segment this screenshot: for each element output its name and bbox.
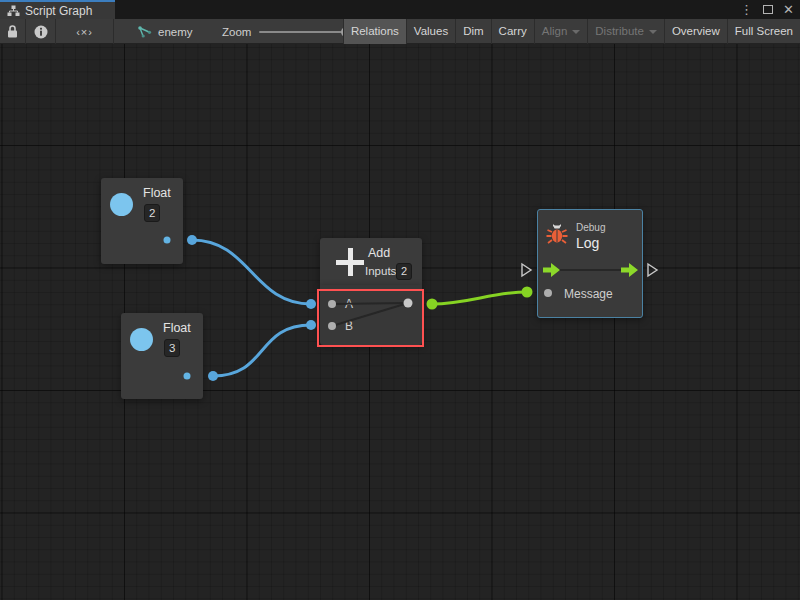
lock-icon <box>7 25 18 38</box>
overview-button[interactable]: Overview <box>664 19 727 44</box>
window-controls: ⋮ ✕ <box>740 0 794 19</box>
code-view-button[interactable]: ‹×› <box>56 19 114 44</box>
close-icon[interactable]: ✕ <box>783 0 794 19</box>
kebab-menu-icon[interactable]: ⋮ <box>740 0 753 19</box>
script-graph-window: Script Graph ⋮ ✕ <box>0 0 800 600</box>
info-button[interactable] <box>26 19 56 44</box>
node-category: Debug <box>576 222 605 233</box>
zoom-slider[interactable] <box>259 31 349 33</box>
inputs-count-input[interactable]: 2 <box>396 263 412 280</box>
node-title: Float <box>163 321 191 335</box>
debug-bug-icon <box>545 221 569 250</box>
node-title: Float <box>143 186 171 200</box>
relations-toggle[interactable]: Relations <box>343 19 406 44</box>
align-dropdown[interactable]: Align <box>534 19 588 44</box>
graph-name-label: enemy <box>158 26 193 38</box>
carry-toggle[interactable]: Carry <box>491 19 534 44</box>
full-screen-button[interactable]: Full Screen <box>727 19 800 44</box>
chevron-down-icon <box>649 30 657 34</box>
dim-toggle[interactable]: Dim <box>455 19 490 44</box>
plus-icon <box>336 248 364 276</box>
graph-name-indicator[interactable]: enemy <box>138 19 193 44</box>
tab-title: Script Graph <box>25 4 92 18</box>
node-title: Add <box>368 246 390 260</box>
graph-hierarchy-icon <box>7 5 20 17</box>
code-icon: ‹×› <box>76 26 93 38</box>
toolbar-left-group: ‹×› <box>0 19 114 44</box>
toolbar-right-group: Relations Values Dim Carry Align Distrib… <box>343 19 800 44</box>
node-float-3[interactable]: Float 3 <box>121 313 203 399</box>
values-toggle[interactable]: Values <box>406 19 455 44</box>
inputs-label: Inputs <box>365 265 396 277</box>
distribute-dropdown[interactable]: Distribute <box>587 19 664 44</box>
maximize-icon[interactable] <box>763 5 773 14</box>
chevron-down-icon <box>572 30 580 34</box>
graph-pointer-icon <box>138 26 152 38</box>
info-icon <box>34 25 48 39</box>
node-debug-log[interactable]: Debug Log Message <box>537 209 643 318</box>
graph-toolbar: ‹×› enemy Zoom 1x Relations Valu <box>0 19 800 44</box>
selection-rectangle-red <box>317 289 424 347</box>
message-port-label: Message <box>564 287 613 301</box>
tab-script-graph[interactable]: Script Graph <box>0 0 115 19</box>
float-value-input[interactable]: 3 <box>164 339 180 357</box>
lock-button[interactable] <box>0 19 26 44</box>
zoom-label: Zoom <box>222 26 251 38</box>
float-value-input[interactable]: 2 <box>144 204 160 222</box>
node-float-2[interactable]: Float 2 <box>101 178 183 264</box>
tab-bar: Script Graph ⋮ ✕ <box>0 0 800 19</box>
node-add-header[interactable]: Add Inputs 2 <box>320 238 422 285</box>
float-value-icon <box>110 193 133 216</box>
node-title: Log <box>576 235 599 251</box>
float-value-icon <box>130 328 153 351</box>
